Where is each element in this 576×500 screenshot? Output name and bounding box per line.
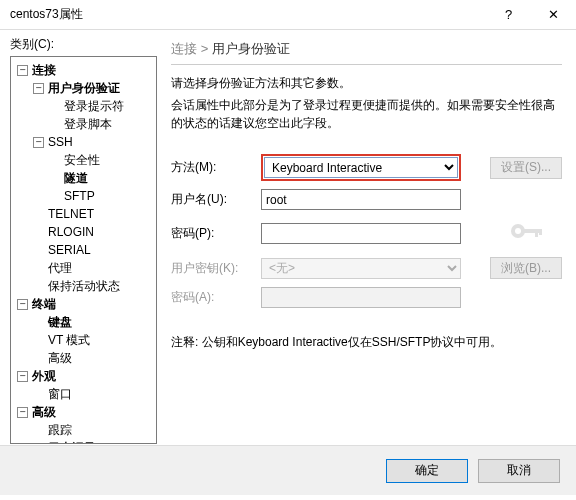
lock-key-icon — [490, 218, 562, 249]
dialog-footer: 确定 取消 — [0, 445, 576, 495]
tree-item-connection[interactable]: 连接 — [32, 61, 56, 79]
minus-icon[interactable]: − — [17, 299, 28, 310]
sidebar: 类别(C): −连接 −用户身份验证 登录提示符 登录脚本 −SSH 安全性 — [0, 30, 165, 445]
description-line1: 请选择身份验证方法和其它参数。 — [171, 75, 562, 92]
titlebar: centos73属性 ? ✕ — [0, 0, 576, 30]
username-input[interactable] — [261, 189, 461, 210]
method-highlight: Keyboard Interactive — [261, 154, 461, 181]
settings-button[interactable]: 设置(S)... — [490, 157, 562, 179]
divider — [171, 64, 562, 65]
ok-button[interactable]: 确定 — [386, 459, 468, 483]
note-text: 注释: 公钥和Keyboard Interactive仅在SSH/SFTP协议中… — [171, 334, 562, 351]
tree-item-loginscript[interactable]: 登录脚本 — [64, 115, 112, 133]
tree-item-logging[interactable]: 日志记录 — [48, 439, 96, 444]
tree-item-advanced-term[interactable]: 高级 — [48, 349, 72, 367]
minus-icon[interactable]: − — [17, 371, 28, 382]
tree-item-advanced[interactable]: 高级 — [32, 403, 56, 421]
svg-rect-2 — [523, 229, 541, 233]
passphrase-input — [261, 287, 461, 308]
tree-item-terminal[interactable]: 终端 — [32, 295, 56, 313]
minus-icon[interactable]: − — [33, 83, 44, 94]
svg-rect-3 — [535, 229, 538, 237]
minus-icon[interactable]: − — [17, 407, 28, 418]
tree-item-trace[interactable]: 跟踪 — [48, 421, 72, 439]
close-button[interactable]: ✕ — [531, 0, 576, 30]
password-input[interactable] — [261, 223, 461, 244]
svg-point-1 — [515, 228, 521, 234]
tree-item-telnet[interactable]: TELNET — [48, 205, 94, 223]
browse-button: 浏览(B)... — [490, 257, 562, 279]
content-pane: 连接 > 用户身份验证 请选择身份验证方法和其它参数。 会话属性中此部分是为了登… — [165, 30, 576, 445]
tree-item-keepalive[interactable]: 保持活动状态 — [48, 277, 120, 295]
tree-item-vtmode[interactable]: VT 模式 — [48, 331, 90, 349]
tree-item-tunnel[interactable]: 隧道 — [64, 169, 88, 187]
tree-item-rlogin[interactable]: RLOGIN — [48, 223, 94, 241]
description-line2: 会话属性中此部分是为了登录过程更便捷而提供的。如果需要安全性很高的状态的话建议您… — [171, 96, 562, 132]
breadcrumb: 连接 > 用户身份验证 — [171, 40, 562, 58]
passphrase-label: 密码(A): — [171, 289, 261, 306]
tree-item-security[interactable]: 安全性 — [64, 151, 100, 169]
tree-item-ssh[interactable]: SSH — [48, 133, 73, 151]
svg-rect-4 — [539, 229, 542, 235]
minus-icon[interactable]: − — [17, 65, 28, 76]
cancel-button[interactable]: 取消 — [478, 459, 560, 483]
method-label: 方法(M): — [171, 159, 261, 176]
tree-item-appearance[interactable]: 外观 — [32, 367, 56, 385]
breadcrumb-current: 用户身份验证 — [212, 41, 290, 56]
tree-item-window[interactable]: 窗口 — [48, 385, 72, 403]
tree-item-auth[interactable]: 用户身份验证 — [48, 79, 120, 97]
category-tree[interactable]: −连接 −用户身份验证 登录提示符 登录脚本 −SSH 安全性 隧道 — [10, 56, 157, 444]
window-title: centos73属性 — [10, 6, 486, 23]
help-button[interactable]: ? — [486, 0, 531, 30]
userkey-label: 用户密钥(K): — [171, 260, 261, 277]
tree-item-sftp[interactable]: SFTP — [64, 187, 95, 205]
username-label: 用户名(U): — [171, 191, 261, 208]
tree-item-proxy[interactable]: 代理 — [48, 259, 72, 277]
minus-icon[interactable]: − — [33, 137, 44, 148]
userkey-select: <无> — [261, 258, 461, 279]
tree-item-serial[interactable]: SERIAL — [48, 241, 91, 259]
category-label: 类别(C): — [10, 36, 157, 53]
breadcrumb-root: 连接 — [171, 41, 197, 56]
method-select[interactable]: Keyboard Interactive — [264, 157, 458, 178]
tree-item-loginprompt[interactable]: 登录提示符 — [64, 97, 124, 115]
password-label: 密码(P): — [171, 225, 261, 242]
breadcrumb-sep: > — [201, 41, 209, 56]
tree-item-keyboard[interactable]: 键盘 — [48, 313, 72, 331]
